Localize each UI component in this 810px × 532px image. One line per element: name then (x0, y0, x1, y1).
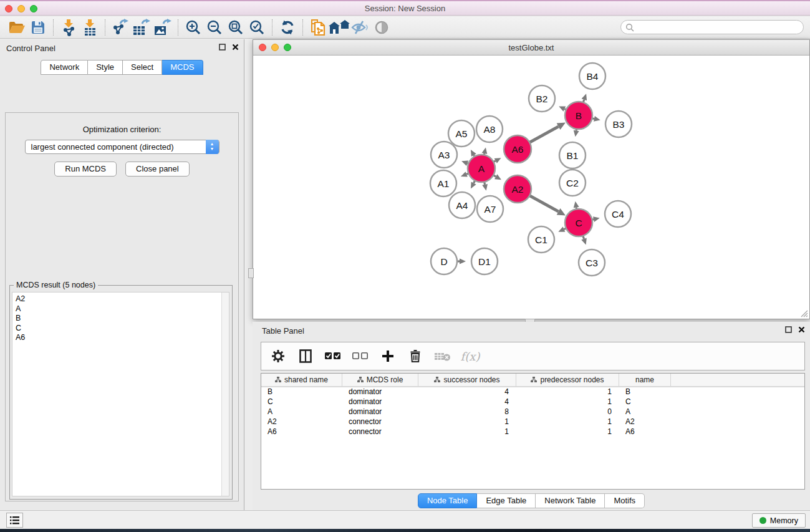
cell[interactable]: A2 (619, 417, 671, 427)
edge-A-A4[interactable] (471, 180, 476, 188)
cell[interactable]: A (619, 407, 671, 417)
node-B[interactable]: B (565, 102, 592, 129)
import-network-icon[interactable] (58, 18, 79, 37)
home-icon[interactable] (329, 18, 350, 37)
node-A1[interactable]: A1 (430, 170, 456, 196)
column-header-successor-nodes[interactable]: successor nodes (418, 374, 516, 386)
node-D[interactable]: D (431, 248, 457, 274)
column-header-shared-name[interactable]: shared name (261, 374, 342, 386)
cell[interactable]: A (261, 407, 342, 417)
result-scrollbar[interactable] (221, 293, 229, 496)
edge-A-A7[interactable] (482, 182, 488, 191)
edge-B-B1[interactable] (574, 129, 579, 137)
export-table-icon[interactable] (131, 18, 152, 37)
table-row[interactable]: A6connector11A6 (261, 427, 804, 437)
unselect-all-icon[interactable] (351, 347, 370, 365)
node-A7[interactable]: A7 (477, 196, 503, 222)
zoom-fit-icon[interactable] (225, 18, 246, 37)
show-panels-button[interactable] (6, 513, 23, 528)
delete-column-icon[interactable] (406, 347, 425, 365)
cell[interactable]: connector (342, 427, 418, 437)
cell[interactable]: C (619, 397, 671, 407)
float-panel-icon[interactable] (219, 44, 226, 51)
edge-A-A8[interactable] (482, 147, 488, 155)
column-header-MCDS-role[interactable]: MCDS role (342, 374, 418, 386)
tab-style[interactable]: Style (88, 60, 123, 75)
network-canvas[interactable]: B4B2BB3A8A5A6A3B1AA1C2A2A4A7C4CC1C3DD1 (253, 56, 809, 319)
optimization-criterion-select[interactable]: largest connected component (directed) ▲… (25, 140, 219, 154)
cell[interactable]: connector (342, 417, 418, 427)
cell[interactable]: 1 (516, 417, 619, 427)
apply-layout-icon[interactable] (277, 18, 298, 37)
node-A[interactable]: A (468, 155, 495, 182)
close-table-panel-icon[interactable] (798, 326, 805, 333)
edge-D-D1[interactable] (458, 259, 466, 264)
result-item[interactable]: A6 (16, 333, 229, 343)
cell[interactable]: C (261, 397, 342, 407)
cell[interactable]: 4 (418, 397, 516, 407)
hide-graphics-details-icon[interactable] (350, 18, 371, 37)
node-C2[interactable]: C2 (559, 170, 586, 196)
edge-A2-C[interactable] (529, 196, 566, 216)
edge-A6-B[interactable] (529, 123, 566, 143)
export-image-icon[interactable] (152, 18, 173, 37)
cell[interactable]: dominator (342, 397, 418, 407)
cell[interactable]: A6 (261, 427, 342, 437)
node-B4[interactable]: B4 (579, 63, 605, 89)
edge-C-C2[interactable] (574, 201, 579, 210)
select-all-icon[interactable] (324, 347, 342, 365)
eye-icon[interactable] (371, 18, 392, 37)
cell[interactable]: dominator (342, 407, 418, 417)
search-field[interactable] (620, 20, 804, 34)
cell[interactable]: 1 (418, 417, 516, 427)
mcds-result-list[interactable]: A2ABCA6 (12, 292, 229, 496)
node-B2[interactable]: B2 (529, 85, 555, 112)
node-D1[interactable]: D1 (471, 248, 498, 274)
open-session-icon[interactable] (6, 18, 27, 37)
edge-A-A2[interactable] (493, 174, 501, 180)
node-B1[interactable]: B1 (559, 142, 586, 168)
column-header-name[interactable]: name (619, 374, 671, 386)
tab-network[interactable]: Network (41, 60, 88, 75)
tab-motifs[interactable]: Motifs (605, 493, 645, 508)
node-C4[interactable]: C4 (605, 201, 631, 227)
zoom-in-icon[interactable] (183, 18, 204, 37)
cell[interactable]: dominator (342, 387, 418, 397)
cell[interactable]: B (261, 387, 342, 397)
cell[interactable]: 1 (516, 397, 619, 407)
result-item[interactable]: A2 (16, 294, 229, 304)
add-column-icon[interactable] (378, 347, 397, 365)
edge-A-A1[interactable] (461, 172, 469, 177)
node-B3[interactable]: B3 (605, 111, 632, 137)
new-network-from-selection-icon[interactable] (307, 18, 329, 37)
tab-node-table[interactable]: Node Table (418, 493, 478, 508)
cell[interactable]: 1 (516, 387, 619, 397)
tab-network-table[interactable]: Network Table (536, 493, 605, 508)
cell[interactable]: 4 (418, 387, 516, 397)
zoom-selected-icon[interactable] (246, 18, 268, 37)
close-panel-button[interactable]: Close panel (125, 162, 190, 177)
tab-edge-table[interactable]: Edge Table (477, 493, 536, 508)
node-C1[interactable]: C1 (528, 226, 554, 253)
edge-C-C4[interactable] (592, 216, 599, 222)
tab-mcds[interactable]: MCDS (162, 60, 203, 75)
result-item[interactable]: B (16, 314, 229, 324)
search-input[interactable] (634, 22, 803, 33)
table-row[interactable]: Bdominator41B (261, 387, 804, 397)
cell[interactable]: 0 (516, 407, 619, 417)
close-panel-icon[interactable] (232, 44, 239, 51)
table-row[interactable]: Cdominator41C (261, 397, 804, 407)
import-table-icon[interactable] (79, 18, 100, 37)
edge-B-B3[interactable] (592, 116, 600, 122)
save-session-icon[interactable] (27, 18, 49, 37)
node-A2[interactable]: A2 (504, 175, 531, 203)
run-mcds-button[interactable]: Run MCDS (54, 162, 117, 177)
table-row[interactable]: A2connector11A2 (261, 417, 804, 427)
node-A4[interactable]: A4 (449, 192, 475, 218)
node-C[interactable]: C (565, 209, 592, 236)
panel-grip-left[interactable] (248, 268, 254, 278)
zoom-out-icon[interactable] (204, 18, 225, 37)
float-table-panel-icon[interactable] (785, 326, 792, 333)
node-A8[interactable]: A8 (476, 116, 503, 142)
node-C3[interactable]: C3 (579, 249, 605, 276)
